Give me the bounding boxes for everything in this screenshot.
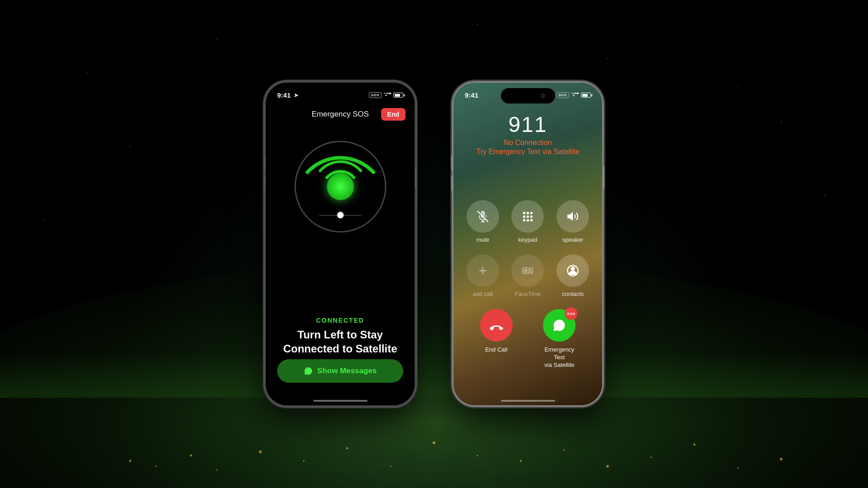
- mute-control[interactable]: mute: [465, 200, 501, 243]
- end-call-label: End Call: [485, 346, 507, 354]
- sos-badge-left: SOS: [369, 92, 382, 98]
- call-number: 911: [453, 112, 602, 137]
- add-call-icon: [477, 265, 489, 277]
- volume-up-button[interactable]: [264, 155, 265, 171]
- right-header: 911 No Connection Try Emergency Text via…: [453, 112, 602, 156]
- volume-down-button-right[interactable]: [451, 175, 453, 191]
- facetime-circle: ?: [511, 254, 544, 287]
- message-bubble-icon: [304, 366, 313, 375]
- facetime-label: FaceTime: [515, 291, 541, 297]
- svg-rect-6: [577, 93, 579, 94]
- home-indicator-right: [501, 400, 555, 402]
- call-controls-grid: mute keypad: [465, 200, 591, 297]
- indicator-dot: [337, 212, 344, 218]
- end-call-circle: [480, 309, 513, 342]
- try-satellite-label: Try Emergency Text via Satellite: [453, 148, 602, 156]
- svg-text:?: ?: [525, 269, 527, 273]
- emergency-text-icon: [552, 319, 566, 332]
- status-icons-right: SOS: [557, 92, 591, 98]
- time-text-right: 9:41: [465, 91, 478, 99]
- mute-circle: [467, 200, 499, 233]
- speaker-icon: [567, 211, 579, 222]
- add-call-label: add call: [472, 291, 493, 297]
- show-messages-text: Show Messages: [317, 366, 377, 375]
- connected-label: CONNECTED: [266, 317, 415, 324]
- end-button-left[interactable]: End: [381, 108, 406, 121]
- battery-fill-right: [582, 94, 588, 97]
- action-buttons: End Call SOS Emergency Textvia Satellite: [465, 309, 591, 369]
- keypad-circle: [511, 200, 544, 233]
- battery-icon-left: [393, 93, 403, 98]
- sos-badge-emergency: SOS: [565, 307, 577, 320]
- phone-right-screen: 9:41 SOS 91: [453, 83, 602, 405]
- mute-label: mute: [476, 236, 489, 243]
- location-arrow-left: ➤: [294, 92, 298, 99]
- phones-container: 9:41 ➤ SOS: [0, 0, 868, 488]
- no-connection-label: No Connection: [453, 139, 602, 147]
- battery-fill-left: [395, 94, 401, 97]
- phone-right: 9:41 SOS 91: [452, 81, 604, 407]
- svg-marker-8: [568, 213, 572, 220]
- contacts-circle: [557, 254, 589, 287]
- svg-point-0: [386, 94, 387, 96]
- satellite-icon-left: [384, 93, 391, 98]
- satellite-icon-right: [571, 93, 579, 98]
- power-button[interactable]: [415, 166, 417, 189]
- phone-left: 9:41 ➤ SOS: [264, 81, 416, 407]
- battery-icon-right: [581, 93, 591, 98]
- mute-icon: [477, 211, 489, 222]
- dynamic-island: [501, 88, 555, 103]
- emergency-text-circle: SOS: [543, 309, 576, 342]
- camera-dot: [541, 94, 545, 98]
- show-messages-button[interactable]: Show Messages: [277, 359, 403, 383]
- speaker-circle: [557, 200, 589, 233]
- left-header: Emergency SOS End: [266, 110, 415, 119]
- status-time-right: 9:41: [465, 91, 478, 99]
- emergency-text-label: Emergency Textvia Satellite: [539, 346, 580, 369]
- signal-dot: [327, 173, 354, 200]
- contacts-icon: [566, 264, 579, 277]
- volume-up-button-right[interactable]: [451, 155, 453, 171]
- status-bar-left: 9:41 ➤ SOS: [266, 83, 415, 108]
- power-button-right[interactable]: [603, 166, 604, 189]
- emergency-text-action[interactable]: SOS Emergency Textvia Satellite: [539, 309, 580, 369]
- keypad-control[interactable]: keypad: [510, 200, 546, 243]
- status-time-left: 9:41 ➤: [277, 91, 298, 99]
- contacts-control[interactable]: contacts: [555, 254, 591, 297]
- status-icons-left: SOS: [369, 92, 403, 98]
- keypad-label: keypad: [519, 236, 538, 243]
- keypad-icon: [523, 212, 533, 221]
- phone-left-screen: 9:41 ➤ SOS: [266, 83, 415, 405]
- line-left: [319, 215, 337, 216]
- emergency-sos-title: Emergency SOS: [311, 110, 369, 119]
- volume-down-button[interactable]: [264, 175, 265, 191]
- end-call-icon: [490, 319, 503, 332]
- add-call-circle: [467, 254, 499, 287]
- satellite-visualization: [291, 137, 390, 236]
- speaker-label: speaker: [562, 236, 583, 243]
- svg-rect-2: [389, 93, 391, 94]
- indicator-line: [319, 212, 362, 218]
- add-call-control[interactable]: add call: [465, 254, 501, 297]
- time-text-left: 9:41: [277, 91, 291, 99]
- home-indicator-left: [313, 400, 368, 402]
- line-right: [344, 215, 362, 216]
- speaker-control[interactable]: speaker: [555, 200, 591, 243]
- contacts-label: contacts: [562, 291, 584, 297]
- direction-text: Turn Left to StayConnected to Satellite: [266, 328, 415, 356]
- end-call-action[interactable]: End Call: [476, 309, 517, 354]
- facetime-icon: ?: [522, 265, 533, 277]
- sos-badge-right: SOS: [557, 92, 569, 98]
- svg-point-4: [573, 94, 575, 96]
- facetime-control[interactable]: ? FaceTime: [510, 254, 546, 297]
- svg-point-13: [571, 267, 575, 271]
